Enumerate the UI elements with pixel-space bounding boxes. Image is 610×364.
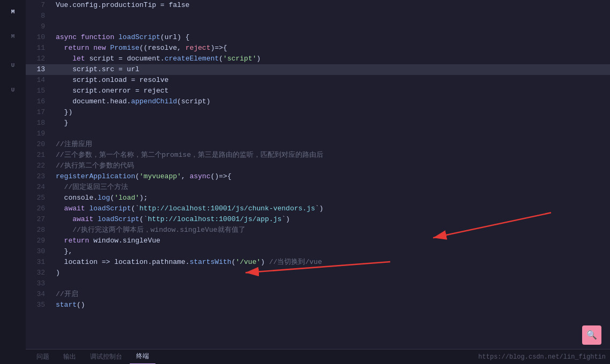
search-icon: 🔍 <box>586 330 597 340</box>
tab-terminal[interactable]: 终端 <box>130 350 155 365</box>
line-number: 28 <box>26 225 51 236</box>
code-line-15: 15 script.onerror = reject <box>26 86 610 96</box>
line-code: return window.singleVue <box>51 236 610 246</box>
bottom-url: https://blog.csdn.net/lin_fightin <box>478 353 606 361</box>
bottom-tabs: 问题 输出 调试控制台 终端 https://blog.csdn.net/lin… <box>26 349 610 364</box>
editor-area: 7Vue.config.productionTip = false8910asy… <box>26 0 610 364</box>
line-number: 12 <box>26 54 51 64</box>
line-code: //三个参数，第一个名称，第二个promise，第三是路由的监听，匹配到对应的路… <box>51 150 610 161</box>
line-number: 30 <box>26 246 51 257</box>
code-line-12: 12 let script = document.createElement('… <box>26 54 610 64</box>
line-number: 31 <box>26 257 51 268</box>
line-number: 14 <box>26 75 51 86</box>
line-number: 34 <box>26 289 51 300</box>
line-code: Vue.config.productionTip = false <box>51 0 610 11</box>
line-code: script.src = url <box>51 64 610 75</box>
code-line-27: 27 await loadScript(`http://localhost:10… <box>26 214 610 225</box>
line-number: 13 <box>26 64 51 75</box>
line-code: //注册应用 <box>51 139 610 150</box>
line-number: 19 <box>26 128 51 139</box>
line-number: 25 <box>26 193 51 203</box>
code-line-11: 11 return new Promise((resolve, reject)=… <box>26 43 610 54</box>
tab-output[interactable]: 输出 <box>57 350 83 365</box>
code-line-9: 9 <box>26 21 610 32</box>
line-number: 27 <box>26 214 51 225</box>
line-code <box>51 128 610 139</box>
line-number: 24 <box>26 182 51 193</box>
line-code <box>51 278 610 289</box>
line-number: 21 <box>26 150 51 161</box>
code-line-34: 34//开启 <box>26 289 610 300</box>
code-line-31: 31 location => location.pathname.startsW… <box>26 257 610 268</box>
code-line-7: 7Vue.config.productionTip = false <box>26 0 610 11</box>
code-line-16: 16 document.head.appendChild(script) <box>26 96 610 107</box>
line-number: 15 <box>26 86 51 96</box>
line-number: 32 <box>26 268 51 278</box>
line-number: 10 <box>26 32 51 43</box>
line-code: location => location.pathname.startsWith… <box>51 257 610 268</box>
code-line-29: 29 return window.singleVue <box>26 236 610 246</box>
line-code: }, <box>51 246 610 257</box>
code-line-32: 32) <box>26 268 610 278</box>
tab-problems[interactable]: 问题 <box>30 350 56 365</box>
line-number: 26 <box>26 203 51 214</box>
line-code <box>51 11 610 21</box>
line-number: 23 <box>26 171 51 182</box>
code-line-22: 22//执行第二个参数的代码 <box>26 161 610 171</box>
tab-debug-console[interactable]: 调试控制台 <box>84 350 129 365</box>
line-code: registerApplication('myvueapp', async()=… <box>51 171 610 182</box>
line-code: } <box>51 118 610 128</box>
line-code: console.log('load'); <box>51 193 610 203</box>
line-code <box>51 21 610 32</box>
line-number: 7 <box>26 0 51 11</box>
activity-icon-m2[interactable]: M <box>5 29 20 44</box>
code-line-25: 25 console.log('load'); <box>26 193 610 203</box>
line-number: 33 <box>26 278 51 289</box>
code-line-18: 18 } <box>26 118 610 128</box>
line-code: document.head.appendChild(script) <box>51 96 610 107</box>
code-line-26: 26 await loadScript(`http://localhost:10… <box>26 203 610 214</box>
activity-icon-u2[interactable]: U <box>5 82 20 97</box>
line-number: 29 <box>26 236 51 246</box>
line-number: 22 <box>26 161 51 171</box>
line-number: 18 <box>26 118 51 128</box>
line-code: //执行完这两个脚本后，window.singleVue就有值了 <box>51 225 610 236</box>
code-line-14: 14 script.onload = resolve <box>26 75 610 86</box>
line-code: ) <box>51 268 610 278</box>
line-code: start() <box>51 300 610 310</box>
code-line-24: 24 //固定返回三个方法 <box>26 182 610 193</box>
code-table: 7Vue.config.productionTip = false8910asy… <box>26 0 610 310</box>
code-line-20: 20//注册应用 <box>26 139 610 150</box>
code-line-10: 10async function loadScript(url) { <box>26 32 610 43</box>
line-code: //执行第二个参数的代码 <box>51 161 610 171</box>
line-number: 20 <box>26 139 51 150</box>
line-number: 35 <box>26 300 51 310</box>
code-line-23: 23registerApplication('myvueapp', async(… <box>26 171 610 182</box>
code-line-30: 30 }, <box>26 246 610 257</box>
main-container: M M U U 7Vue.config.productionTip = fals… <box>0 0 610 364</box>
line-number: 16 <box>26 96 51 107</box>
code-line-19: 19 <box>26 128 610 139</box>
code-line-13: 13 script.src = url <box>26 64 610 75</box>
code-line-28: 28 //执行完这两个脚本后，window.singleVue就有值了 <box>26 225 610 236</box>
code-line-21: 21//三个参数，第一个名称，第二个promise，第三是路由的监听，匹配到对应… <box>26 150 610 161</box>
line-number: 8 <box>26 11 51 21</box>
code-line-35: 35start() <box>26 300 610 310</box>
line-number: 17 <box>26 107 51 118</box>
line-code: return new Promise((resolve, reject)=>{ <box>51 43 610 54</box>
code-line-8: 8 <box>26 11 610 21</box>
activity-icon-u1[interactable]: U <box>5 58 20 73</box>
code-line-33: 33 <box>26 278 610 289</box>
line-code: await loadScript(`http://localhost:10001… <box>51 214 610 225</box>
line-code: //开启 <box>51 289 610 300</box>
activity-bar: M M U U <box>0 0 26 364</box>
line-number: 9 <box>26 21 51 32</box>
line-code: script.onerror = reject <box>51 86 610 96</box>
line-number: 11 <box>26 43 51 54</box>
line-code: let script = document.createElement('scr… <box>51 54 610 64</box>
search-fab[interactable]: 🔍 <box>582 325 601 345</box>
line-code: script.onload = resolve <box>51 75 610 86</box>
code-line-17: 17 }) <box>26 107 610 118</box>
code-editor[interactable]: 7Vue.config.productionTip = false8910asy… <box>26 0 610 349</box>
activity-icon-m1[interactable]: M <box>5 4 20 19</box>
